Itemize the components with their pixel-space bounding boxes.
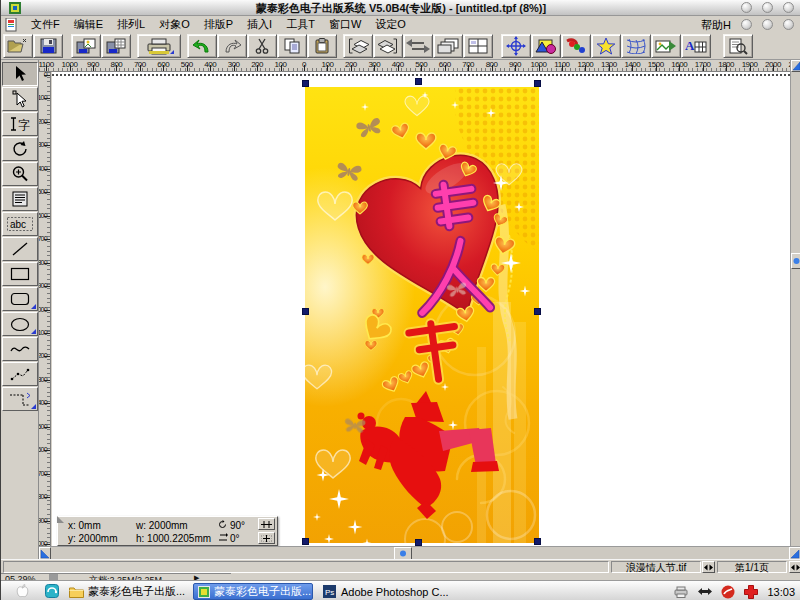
tool-polyline[interactable] <box>2 362 38 386</box>
hruler-tick <box>187 65 188 71</box>
menu-5[interactable]: 插入I <box>240 16 279 33</box>
tool-ellipse[interactable] <box>2 312 38 336</box>
vertical-scroll-thumb[interactable] <box>791 253 800 269</box>
panel-button-size[interactable] <box>258 532 275 544</box>
menu-help[interactable]: 帮助H <box>701 18 731 33</box>
scrollbar-corner-button[interactable] <box>791 60 800 72</box>
panel-collapse-handle[interactable] <box>57 516 64 523</box>
swap-order-button[interactable] <box>403 34 433 58</box>
text-table-button[interactable]: A <box>681 34 711 58</box>
selection-handle[interactable] <box>302 80 309 87</box>
system-tray: 13:03 <box>673 583 795 600</box>
selection-handle[interactable] <box>534 80 541 87</box>
titlebar: 蒙泰彩色电子出版系统 V5.0B4(专业版) - [untitled.tpf (… <box>1 0 800 16</box>
save-grid-button[interactable] <box>101 34 131 58</box>
menu-6[interactable]: 工具T <box>279 16 322 33</box>
taskbar-item-montai-active[interactable]: 蒙泰彩色电子出版... <box>193 583 313 600</box>
open-button[interactable] <box>3 34 33 58</box>
hruler-tick <box>351 65 352 71</box>
menu-1[interactable]: 编辑E <box>67 16 110 33</box>
menu-8[interactable]: 设定O <box>368 16 413 33</box>
direct-select-icon <box>12 90 28 108</box>
selection-handle[interactable] <box>302 308 309 315</box>
doc-minimize-button[interactable] <box>741 19 752 30</box>
close-button[interactable] <box>783 2 794 13</box>
rectangle-icon <box>10 267 30 281</box>
page-nav-button[interactable] <box>789 561 800 573</box>
bring-forward-button[interactable] <box>343 34 373 58</box>
object-info-panel: x: 0mm y: 2000mm w: 2000mm h: 1000.2205m… <box>57 516 278 546</box>
taskbar-item-folder[interactable]: 蒙泰彩色电子出版... <box>69 583 187 600</box>
selection-handle[interactable] <box>534 538 541 545</box>
arrows-icon[interactable] <box>698 587 712 596</box>
cascade-windows-button[interactable] <box>433 34 463 58</box>
doc-restore-button[interactable] <box>762 19 773 30</box>
selection-handle[interactable] <box>415 539 422 546</box>
vertical-scrollbar[interactable] <box>790 60 800 546</box>
horizontal-scrollbar[interactable] <box>39 546 800 559</box>
selection-handle[interactable] <box>415 78 422 85</box>
poster-image[interactable] <box>305 87 539 543</box>
mesh-warp-button[interactable] <box>621 34 651 58</box>
print-preview-button[interactable] <box>723 34 753 58</box>
send-backward-button[interactable] <box>373 34 403 58</box>
panel-button-position[interactable] <box>258 518 275 530</box>
copy-icon <box>283 38 301 54</box>
hruler-tick <box>234 65 235 71</box>
tool-clip-path[interactable] <box>2 387 38 411</box>
object-y: y: 2000mm <box>68 533 117 544</box>
document-canvas[interactable]: x: 0mm y: 2000mm w: 2000mm h: 1000.2205m… <box>52 72 790 546</box>
clock: 13:03 <box>767 586 795 598</box>
vruler-tick <box>44 192 50 193</box>
security-icon[interactable] <box>721 585 735 599</box>
menu-0[interactable]: 文件F <box>24 16 67 33</box>
filename-nav-button[interactable] <box>702 561 715 573</box>
paste-button[interactable] <box>307 34 337 58</box>
start-apple-icon[interactable] <box>15 584 30 599</box>
tool-select[interactable] <box>2 62 38 86</box>
cut-button[interactable] <box>247 34 277 58</box>
undo-button[interactable] <box>187 34 217 58</box>
redo-button[interactable] <box>217 34 247 58</box>
redcross-icon[interactable] <box>744 585 758 599</box>
tile-grid-button[interactable] <box>463 34 493 58</box>
open-icon <box>7 38 29 54</box>
menu-2[interactable]: 排列L <box>110 16 152 33</box>
vruler-tick <box>44 521 50 522</box>
hruler-tick <box>562 65 563 71</box>
taskbar-item-photoshop[interactable]: Ps Adobe Photoshop C... <box>323 583 453 600</box>
tool-art-text[interactable]: abc <box>2 212 38 236</box>
color-palette-button[interactable] <box>561 34 591 58</box>
tool-rectangle[interactable] <box>2 262 38 286</box>
save-button[interactable] <box>33 34 63 58</box>
print-button[interactable] <box>137 34 181 58</box>
save-image-icon <box>76 38 96 54</box>
menu-7[interactable]: 窗口W <box>322 16 368 33</box>
hruler-tick <box>468 65 469 71</box>
quicklaunch-icon[interactable] <box>45 584 59 598</box>
menu-4[interactable]: 排版P <box>197 16 240 33</box>
doc-close-button[interactable] <box>783 19 794 30</box>
tool-paragraph[interactable] <box>2 187 38 211</box>
menu-3[interactable]: 对象O <box>152 16 197 33</box>
tool-line[interactable] <box>2 237 38 261</box>
selection-handle[interactable] <box>302 538 309 545</box>
tool-curve[interactable] <box>2 337 38 361</box>
move-object-button[interactable] <box>501 34 531 58</box>
export-image-button[interactable] <box>651 34 681 58</box>
hruler-tick <box>116 65 117 71</box>
star-shape-button[interactable] <box>591 34 621 58</box>
save-image-button[interactable] <box>71 34 101 58</box>
tool-rotate[interactable] <box>2 137 38 161</box>
printer-icon[interactable] <box>673 586 689 598</box>
tool-direct-select[interactable] <box>2 87 38 111</box>
copy-button[interactable] <box>277 34 307 58</box>
selection-handle[interactable] <box>534 308 541 315</box>
text-table-icon: A <box>685 38 707 54</box>
tool-zoom[interactable] <box>2 162 38 186</box>
maximize-button[interactable] <box>762 2 773 13</box>
tool-text[interactable]: 字 <box>2 112 38 136</box>
minimize-button[interactable] <box>741 2 752 13</box>
tool-rounded-rectangle[interactable] <box>2 287 38 311</box>
draw-shapes-button[interactable] <box>531 34 561 58</box>
